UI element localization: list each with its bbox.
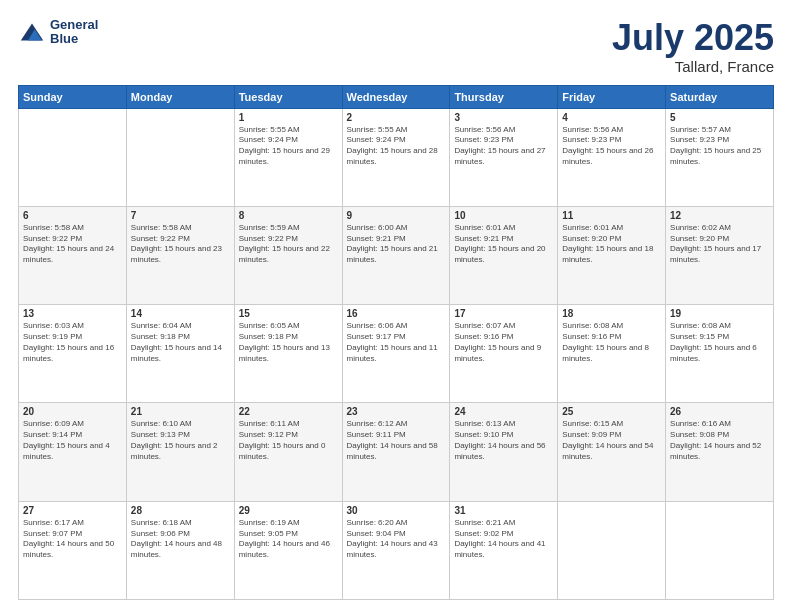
page: General Blue July 2025 Tallard, France S…: [0, 0, 792, 612]
calendar-week-row: 13Sunrise: 6:03 AM Sunset: 9:19 PM Dayli…: [19, 305, 774, 403]
day-number: 7: [131, 210, 230, 221]
calendar-cell: 20Sunrise: 6:09 AM Sunset: 9:14 PM Dayli…: [19, 403, 127, 501]
day-number: 6: [23, 210, 122, 221]
cell-content: Sunrise: 5:59 AM Sunset: 9:22 PM Dayligh…: [239, 223, 338, 266]
calendar-cell: 14Sunrise: 6:04 AM Sunset: 9:18 PM Dayli…: [126, 305, 234, 403]
weekday-header: Friday: [558, 85, 666, 108]
weekday-header: Wednesday: [342, 85, 450, 108]
calendar-header-row: SundayMondayTuesdayWednesdayThursdayFrid…: [19, 85, 774, 108]
cell-content: Sunrise: 5:56 AM Sunset: 9:23 PM Dayligh…: [562, 125, 661, 168]
calendar-cell: 16Sunrise: 6:06 AM Sunset: 9:17 PM Dayli…: [342, 305, 450, 403]
day-number: 2: [347, 112, 446, 123]
cell-content: Sunrise: 6:05 AM Sunset: 9:18 PM Dayligh…: [239, 321, 338, 364]
day-number: 30: [347, 505, 446, 516]
calendar-cell: 2Sunrise: 5:55 AM Sunset: 9:24 PM Daylig…: [342, 108, 450, 206]
calendar-cell: 7Sunrise: 5:58 AM Sunset: 9:22 PM Daylig…: [126, 206, 234, 304]
calendar-cell: 18Sunrise: 6:08 AM Sunset: 9:16 PM Dayli…: [558, 305, 666, 403]
cell-content: Sunrise: 6:01 AM Sunset: 9:20 PM Dayligh…: [562, 223, 661, 266]
calendar-cell: [666, 501, 774, 599]
cell-content: Sunrise: 6:17 AM Sunset: 9:07 PM Dayligh…: [23, 518, 122, 561]
cell-content: Sunrise: 6:08 AM Sunset: 9:15 PM Dayligh…: [670, 321, 769, 364]
calendar-cell: 25Sunrise: 6:15 AM Sunset: 9:09 PM Dayli…: [558, 403, 666, 501]
calendar-cell: 9Sunrise: 6:00 AM Sunset: 9:21 PM Daylig…: [342, 206, 450, 304]
day-number: 8: [239, 210, 338, 221]
calendar-cell: 30Sunrise: 6:20 AM Sunset: 9:04 PM Dayli…: [342, 501, 450, 599]
day-number: 31: [454, 505, 553, 516]
logo: General Blue: [18, 18, 98, 47]
day-number: 24: [454, 406, 553, 417]
cell-content: Sunrise: 6:00 AM Sunset: 9:21 PM Dayligh…: [347, 223, 446, 266]
day-number: 20: [23, 406, 122, 417]
cell-content: Sunrise: 6:06 AM Sunset: 9:17 PM Dayligh…: [347, 321, 446, 364]
cell-content: Sunrise: 6:20 AM Sunset: 9:04 PM Dayligh…: [347, 518, 446, 561]
logo-icon: [18, 18, 46, 46]
calendar-cell: [126, 108, 234, 206]
calendar-cell: 8Sunrise: 5:59 AM Sunset: 9:22 PM Daylig…: [234, 206, 342, 304]
calendar-cell: 15Sunrise: 6:05 AM Sunset: 9:18 PM Dayli…: [234, 305, 342, 403]
day-number: 23: [347, 406, 446, 417]
calendar-cell: 23Sunrise: 6:12 AM Sunset: 9:11 PM Dayli…: [342, 403, 450, 501]
cell-content: Sunrise: 6:01 AM Sunset: 9:21 PM Dayligh…: [454, 223, 553, 266]
calendar-cell: 13Sunrise: 6:03 AM Sunset: 9:19 PM Dayli…: [19, 305, 127, 403]
day-number: 16: [347, 308, 446, 319]
calendar-cell: 5Sunrise: 5:57 AM Sunset: 9:23 PM Daylig…: [666, 108, 774, 206]
calendar-cell: 19Sunrise: 6:08 AM Sunset: 9:15 PM Dayli…: [666, 305, 774, 403]
cell-content: Sunrise: 6:11 AM Sunset: 9:12 PM Dayligh…: [239, 419, 338, 462]
day-number: 1: [239, 112, 338, 123]
day-number: 15: [239, 308, 338, 319]
day-number: 25: [562, 406, 661, 417]
calendar-cell: 27Sunrise: 6:17 AM Sunset: 9:07 PM Dayli…: [19, 501, 127, 599]
header: General Blue July 2025 Tallard, France: [18, 18, 774, 75]
logo-line1: General: [50, 18, 98, 32]
cell-content: Sunrise: 6:16 AM Sunset: 9:08 PM Dayligh…: [670, 419, 769, 462]
cell-content: Sunrise: 6:12 AM Sunset: 9:11 PM Dayligh…: [347, 419, 446, 462]
day-number: 13: [23, 308, 122, 319]
cell-content: Sunrise: 6:07 AM Sunset: 9:16 PM Dayligh…: [454, 321, 553, 364]
cell-content: Sunrise: 6:10 AM Sunset: 9:13 PM Dayligh…: [131, 419, 230, 462]
calendar-week-row: 1Sunrise: 5:55 AM Sunset: 9:24 PM Daylig…: [19, 108, 774, 206]
day-number: 14: [131, 308, 230, 319]
weekday-header: Saturday: [666, 85, 774, 108]
day-number: 18: [562, 308, 661, 319]
subtitle: Tallard, France: [612, 58, 774, 75]
cell-content: Sunrise: 5:58 AM Sunset: 9:22 PM Dayligh…: [23, 223, 122, 266]
cell-content: Sunrise: 6:19 AM Sunset: 9:05 PM Dayligh…: [239, 518, 338, 561]
calendar-cell: 4Sunrise: 5:56 AM Sunset: 9:23 PM Daylig…: [558, 108, 666, 206]
weekday-header: Monday: [126, 85, 234, 108]
calendar-cell: 3Sunrise: 5:56 AM Sunset: 9:23 PM Daylig…: [450, 108, 558, 206]
calendar-cell: 17Sunrise: 6:07 AM Sunset: 9:16 PM Dayli…: [450, 305, 558, 403]
calendar-week-row: 6Sunrise: 5:58 AM Sunset: 9:22 PM Daylig…: [19, 206, 774, 304]
cell-content: Sunrise: 6:02 AM Sunset: 9:20 PM Dayligh…: [670, 223, 769, 266]
calendar-cell: 31Sunrise: 6:21 AM Sunset: 9:02 PM Dayli…: [450, 501, 558, 599]
day-number: 27: [23, 505, 122, 516]
cell-content: Sunrise: 6:04 AM Sunset: 9:18 PM Dayligh…: [131, 321, 230, 364]
day-number: 10: [454, 210, 553, 221]
day-number: 29: [239, 505, 338, 516]
weekday-header: Tuesday: [234, 85, 342, 108]
cell-content: Sunrise: 6:21 AM Sunset: 9:02 PM Dayligh…: [454, 518, 553, 561]
cell-content: Sunrise: 5:57 AM Sunset: 9:23 PM Dayligh…: [670, 125, 769, 168]
calendar-cell: [19, 108, 127, 206]
calendar: SundayMondayTuesdayWednesdayThursdayFrid…: [18, 85, 774, 600]
day-number: 4: [562, 112, 661, 123]
day-number: 12: [670, 210, 769, 221]
calendar-cell: 24Sunrise: 6:13 AM Sunset: 9:10 PM Dayli…: [450, 403, 558, 501]
calendar-cell: 1Sunrise: 5:55 AM Sunset: 9:24 PM Daylig…: [234, 108, 342, 206]
main-title: July 2025: [612, 18, 774, 58]
logo-text: General Blue: [50, 18, 98, 47]
day-number: 9: [347, 210, 446, 221]
cell-content: Sunrise: 6:03 AM Sunset: 9:19 PM Dayligh…: [23, 321, 122, 364]
calendar-week-row: 20Sunrise: 6:09 AM Sunset: 9:14 PM Dayli…: [19, 403, 774, 501]
weekday-header: Sunday: [19, 85, 127, 108]
title-block: July 2025 Tallard, France: [612, 18, 774, 75]
day-number: 26: [670, 406, 769, 417]
day-number: 11: [562, 210, 661, 221]
weekday-header: Thursday: [450, 85, 558, 108]
day-number: 5: [670, 112, 769, 123]
calendar-cell: 22Sunrise: 6:11 AM Sunset: 9:12 PM Dayli…: [234, 403, 342, 501]
day-number: 22: [239, 406, 338, 417]
calendar-cell: 28Sunrise: 6:18 AM Sunset: 9:06 PM Dayli…: [126, 501, 234, 599]
calendar-cell: 11Sunrise: 6:01 AM Sunset: 9:20 PM Dayli…: [558, 206, 666, 304]
calendar-cell: 26Sunrise: 6:16 AM Sunset: 9:08 PM Dayli…: [666, 403, 774, 501]
cell-content: Sunrise: 6:09 AM Sunset: 9:14 PM Dayligh…: [23, 419, 122, 462]
